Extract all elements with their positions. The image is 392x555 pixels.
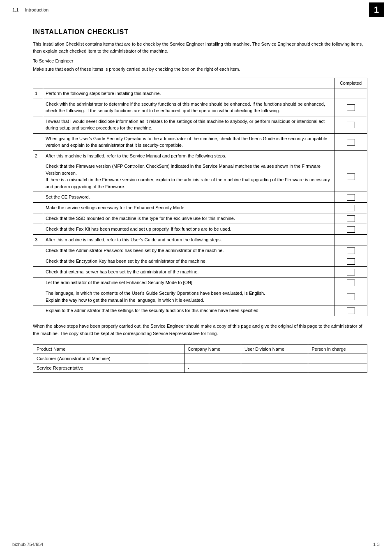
- checkbox-cell: [334, 278, 367, 288]
- sub-item-text: Check with the administrator to determin…: [43, 99, 334, 116]
- checkbox-cell: [334, 116, 367, 133]
- sub-item-text: Check that the Administrator Password ha…: [43, 245, 334, 256]
- item-number: 1.: [33, 88, 43, 99]
- page: 1.1 Introduction 1 INSTALLATION CHECKLIS…: [0, 0, 392, 555]
- checkbox-cell: [334, 256, 367, 266]
- checkbox[interactable]: [347, 269, 355, 275]
- checkbox-cell: [334, 161, 367, 192]
- table-row: The language, in which the contents of t…: [33, 288, 367, 305]
- sub-item-text: Check that the Encryption Key has been s…: [43, 256, 334, 266]
- item-number: 2.: [33, 150, 43, 161]
- sub-item-text: The language, in which the contents of t…: [43, 288, 334, 305]
- checkbox-cell: [334, 213, 367, 224]
- sub-item-text: Let the administrator of the machine set…: [43, 278, 334, 288]
- sub-num: [33, 288, 43, 305]
- checkbox[interactable]: [347, 194, 355, 201]
- item-number: 3.: [33, 235, 43, 245]
- checkbox-cell: [334, 133, 367, 150]
- checkbox[interactable]: [347, 122, 355, 128]
- sub-item-text: Check that external server has been set …: [43, 267, 334, 278]
- checkbox-cell: [334, 99, 367, 116]
- checkbox[interactable]: [347, 280, 355, 286]
- make-sure: Make sure that each of these items is pr…: [33, 66, 367, 73]
- page-footer: bizhub 754/654 1-3: [0, 542, 392, 547]
- page-title: INSTALLATION CHECKLIST: [33, 28, 367, 36]
- checkbox[interactable]: [347, 258, 355, 265]
- table-row: Check that external server has been set …: [33, 267, 367, 278]
- table-row: Let the administrator of the machine set…: [33, 278, 367, 288]
- customer-product: [149, 354, 184, 363]
- footer-page: 1-3: [373, 542, 380, 547]
- col-division-name: User Division Name: [241, 344, 308, 354]
- sub-num: [33, 305, 43, 316]
- checkbox-cell: [334, 224, 367, 235]
- checkbox-cell: [334, 203, 367, 213]
- checkbox[interactable]: [347, 294, 355, 300]
- table-row: Check that the Administrator Password ha…: [33, 245, 367, 256]
- sub-item-text: Check that the Fax Kit has been mounted …: [43, 224, 334, 235]
- item-main-text: After this machine is installed, refer t…: [43, 235, 334, 245]
- col-completed-header: Completed: [334, 78, 367, 88]
- sub-num: [33, 213, 43, 224]
- checkbox[interactable]: [347, 226, 355, 233]
- table-row: Customer (Administrator of Machine): [33, 354, 367, 363]
- checkbox[interactable]: [347, 205, 355, 211]
- sub-num: [33, 99, 43, 116]
- col-num-header: [33, 78, 43, 88]
- checkbox-cell: [334, 245, 367, 256]
- section-number: 1.1: [12, 7, 18, 12]
- intro-para1: This Installation Checklist contains ite…: [33, 41, 367, 54]
- table-row: Check that the SSD mounted on the machin…: [33, 213, 367, 224]
- sub-num: [33, 256, 43, 266]
- sub-num: [33, 278, 43, 288]
- item-main-text: After this machine is installed, refer t…: [43, 150, 334, 161]
- completed-cell: [334, 235, 367, 245]
- table-row: 1. Perform the following steps before in…: [33, 88, 367, 99]
- table-row: I swear that I would never disclose info…: [33, 116, 367, 133]
- checkbox[interactable]: [347, 173, 355, 180]
- checkbox-cell: [334, 267, 367, 278]
- table-row: Service Representative -: [33, 363, 367, 372]
- col-company-name: Company Name: [184, 344, 241, 354]
- sub-num: [33, 133, 43, 150]
- sub-item-text: Set the CE Password.: [43, 192, 334, 203]
- checklist-table: Completed 1. Perform the following steps…: [33, 78, 367, 317]
- service-rep-label: Service Representative: [33, 363, 149, 372]
- service-rep-product: [149, 363, 184, 372]
- checkbox[interactable]: [347, 308, 355, 314]
- header-section: 1.1 Introduction: [12, 7, 48, 12]
- completed-cell: [334, 88, 367, 99]
- col-item-header: [43, 78, 334, 88]
- sub-num: [33, 161, 43, 192]
- sub-item-text: Check that the SSD mounted on the machin…: [43, 213, 334, 224]
- checkbox-cell: [334, 288, 367, 305]
- checkbox-cell: [334, 305, 367, 316]
- sub-num: [33, 192, 43, 203]
- checkbox[interactable]: [347, 247, 355, 254]
- table-row: Check that the Fax Kit has been mounted …: [33, 224, 367, 235]
- checkbox[interactable]: [347, 139, 355, 146]
- sub-item-text: I swear that I would never disclose info…: [43, 116, 334, 133]
- customer-label: Customer (Administrator of Machine): [33, 354, 149, 363]
- completed-cell: [334, 150, 367, 161]
- service-rep-division: [241, 363, 308, 372]
- chapter-number: 1: [369, 2, 384, 17]
- checkbox[interactable]: [347, 215, 355, 222]
- table-row: Check with the administrator to determin…: [33, 99, 367, 116]
- customer-person: [308, 354, 367, 363]
- footer-product: bizhub 754/654: [12, 542, 43, 547]
- table-row: 3. After this machine is installed, refe…: [33, 235, 367, 245]
- sub-num: [33, 116, 43, 133]
- sub-item-text: When giving the User's Guide Security Op…: [43, 133, 334, 150]
- section-title: Introduction: [25, 7, 48, 12]
- checkbox[interactable]: [347, 104, 355, 111]
- table-row: When giving the User's Guide Security Op…: [33, 133, 367, 150]
- page-header: 1.1 Introduction 1: [0, 0, 392, 20]
- sub-num: [33, 224, 43, 235]
- col-product-name: Product Name: [33, 344, 149, 354]
- customer-division: [241, 354, 308, 363]
- service-rep-company: -: [184, 363, 241, 372]
- sub-item-text: Make the service settings necessary for …: [43, 203, 334, 213]
- table-row: Explain to the administrator that the se…: [33, 305, 367, 316]
- sub-num: [33, 267, 43, 278]
